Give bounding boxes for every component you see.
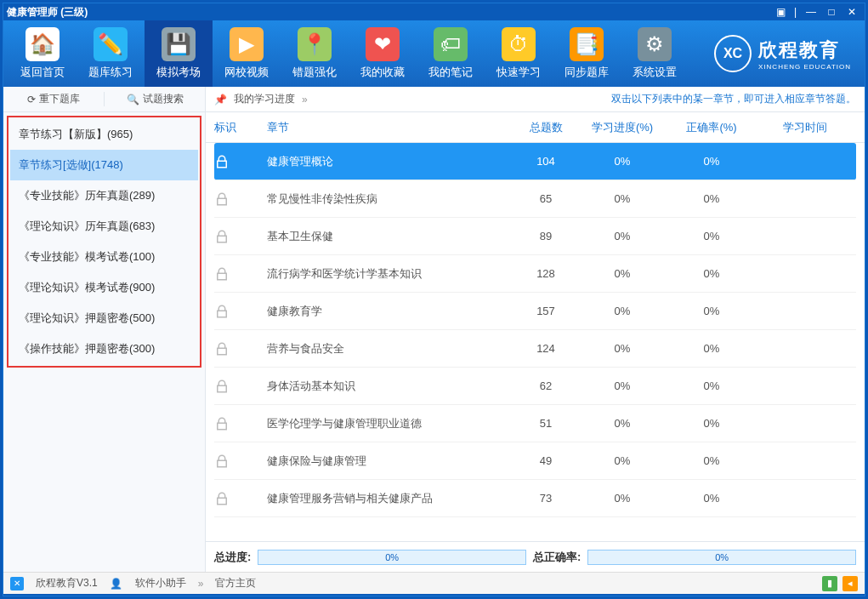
lock-icon	[214, 304, 230, 319]
chevron-right-icon[interactable]: »	[302, 94, 308, 106]
accuracy-cell: 0%	[669, 417, 754, 430]
total-cell: 51	[516, 417, 576, 430]
progress-label: 我的学习进度	[234, 92, 295, 106]
redownload-button[interactable]: ⟳重下题库	[3, 92, 104, 106]
lock-icon	[214, 154, 230, 169]
sidebar-item[interactable]: 章节练习【新版】(965)	[10, 119, 198, 150]
accuracy-cell: 0%	[669, 155, 754, 168]
total-cell: 65	[516, 192, 576, 205]
sidebar-item[interactable]: 《操作技能》押题密卷(300)	[10, 334, 198, 364]
sidebar-item[interactable]: 《理论知识》模考试卷(900)	[10, 272, 198, 303]
progress-cell: 0%	[576, 492, 669, 505]
share-icon[interactable]: ◂	[842, 576, 858, 591]
progress-cell: 0%	[576, 342, 669, 355]
accuracy-cell: 0%	[669, 267, 754, 280]
accuracy-cell: 0%	[669, 379, 754, 392]
chevron-right-icon: »	[198, 578, 204, 590]
sidebar-item[interactable]: 《专业技能》历年真题(289)	[10, 180, 198, 211]
lock-icon	[214, 229, 230, 244]
chapter-cell: 健康保险与健康管理	[267, 454, 516, 469]
nav-mock-exam[interactable]: 💾模拟考场	[145, 20, 213, 87]
nav-video[interactable]: ▶网校视频	[213, 20, 281, 87]
stats-icon[interactable]: ▮	[822, 576, 837, 591]
table-row[interactable]: 健康管理概论1040%0%	[214, 143, 856, 180]
total-cell: 104	[516, 155, 576, 168]
nav-wrong[interactable]: 📍错题强化	[281, 20, 349, 87]
progress-cell: 0%	[576, 267, 669, 280]
accuracy-cell: 0%	[669, 230, 754, 242]
progress-cell: 0%	[576, 230, 669, 242]
chapter-cell: 基本卫生保健	[267, 229, 516, 244]
nav-fav[interactable]: ❤我的收藏	[349, 20, 417, 87]
table-row[interactable]: 基本卫生保健890%0%	[214, 218, 856, 255]
nav-settings[interactable]: ⚙系统设置	[621, 20, 689, 87]
progress-cell: 0%	[576, 155, 669, 168]
table-row[interactable]: 健康管理服务营销与相关健康产品730%0%	[214, 480, 856, 517]
progress-cell: 0%	[576, 192, 669, 205]
total-cell: 128	[516, 267, 576, 280]
accuracy-cell: 0%	[669, 492, 754, 505]
chapter-cell: 身体活动基本知识	[267, 379, 516, 394]
lock-icon	[214, 191, 230, 207]
search-button[interactable]: 🔍试题搜索	[104, 92, 205, 106]
app-version: 欣程教育V3.1	[36, 576, 98, 590]
lock-icon	[214, 416, 230, 431]
brand-logo: XC 欣程教育 XINCHENG EDUCATION	[714, 35, 859, 72]
total-cell: 73	[516, 492, 576, 505]
tip-text: 双击以下列表中的某一章节，即可进入相应章节答题。	[611, 92, 856, 106]
main-toolbar: 🏠返回首页 ✏️题库练习 💾模拟考场 ▶网校视频 📍错题强化 ❤我的收藏 🏷我的…	[3, 20, 865, 87]
helper-link[interactable]: 软件小助手	[135, 576, 186, 590]
table-row[interactable]: 流行病学和医学统计学基本知识1280%0%	[214, 255, 856, 293]
search-icon: 🔍	[127, 94, 139, 106]
close-button[interactable]: ✕	[842, 5, 861, 19]
nav-notes[interactable]: 🏷我的笔记	[417, 20, 485, 87]
chapter-cell: 医学伦理学与健康管理职业道德	[267, 416, 516, 431]
total-cell: 62	[516, 379, 576, 392]
chapter-cell: 健康管理概论	[267, 154, 516, 169]
nav-practice[interactable]: ✏️题库练习	[77, 20, 145, 87]
lock-icon	[214, 266, 230, 282]
tray-button[interactable]: ▣	[772, 5, 791, 19]
minimize-button[interactable]: —	[802, 5, 820, 19]
lock-icon	[214, 491, 230, 506]
total-accuracy-bar: 0%	[587, 550, 856, 565]
window-title: 健康管理师 (三级)	[7, 5, 770, 20]
total-cell: 49	[516, 454, 576, 467]
progress-cell: 0%	[576, 417, 669, 430]
refresh-icon: ⟳	[27, 94, 36, 106]
nav-home[interactable]: 🏠返回首页	[9, 20, 77, 87]
home-link[interactable]: 官方主页	[215, 576, 256, 590]
chapter-cell: 常见慢性非传染性疾病	[267, 191, 516, 207]
sidebar-list: 章节练习【新版】(965) 章节练习[选做](1748) 《专业技能》历年真题(…	[7, 116, 201, 368]
progress-cell: 0%	[576, 379, 669, 392]
statusbar: ✕ 欣程教育V3.1 👤 软件小助手 » 官方主页 ▮ ◂	[3, 572, 865, 594]
nav-quick[interactable]: ⏱快速学习	[485, 20, 553, 87]
app-icon: ✕	[10, 577, 24, 590]
sidebar-item[interactable]: 《理论知识》押题密卷(500)	[10, 303, 198, 334]
chapter-cell: 营养与食品安全	[267, 341, 516, 357]
sidebar-item[interactable]: 《专业技能》模考试卷(100)	[10, 242, 198, 272]
maximize-button[interactable]: □	[822, 5, 841, 19]
table-row[interactable]: 常见慢性非传染性疾病650%0%	[214, 180, 856, 218]
lock-icon	[214, 341, 230, 357]
total-progress-bar: 0%	[258, 550, 526, 565]
table-row[interactable]: 健康保险与健康管理490%0%	[214, 442, 856, 480]
sidebar-item[interactable]: 章节练习[选做](1748)	[10, 150, 198, 180]
total-cell: 157	[516, 305, 576, 317]
pin-icon: 📌	[214, 94, 227, 106]
main-panel: 📌 我的学习进度 » 双击以下列表中的某一章节，即可进入相应章节答题。 标识 章…	[206, 87, 865, 572]
table-row[interactable]: 身体活动基本知识620%0%	[214, 368, 856, 405]
accuracy-cell: 0%	[669, 454, 754, 467]
chapter-cell: 健康管理服务营销与相关健康产品	[267, 491, 516, 506]
nav-sync[interactable]: 📑同步题库	[553, 20, 621, 87]
table-row[interactable]: 医学伦理学与健康管理职业道德510%0%	[214, 405, 856, 442]
helper-icon: 👤	[110, 577, 123, 590]
table-row[interactable]: 营养与食品安全1240%0%	[214, 330, 856, 368]
table-body: 健康管理概论1040%0%常见慢性非传染性疾病650%0%基本卫生保健890%0…	[206, 143, 865, 541]
sidebar-item[interactable]: 《理论知识》历年真题(683)	[10, 211, 198, 242]
table-row[interactable]: 健康教育学1570%0%	[214, 293, 856, 330]
total-cell: 89	[516, 230, 576, 242]
lock-icon	[214, 454, 230, 469]
total-cell: 124	[516, 342, 576, 355]
progress-cell: 0%	[576, 454, 669, 467]
